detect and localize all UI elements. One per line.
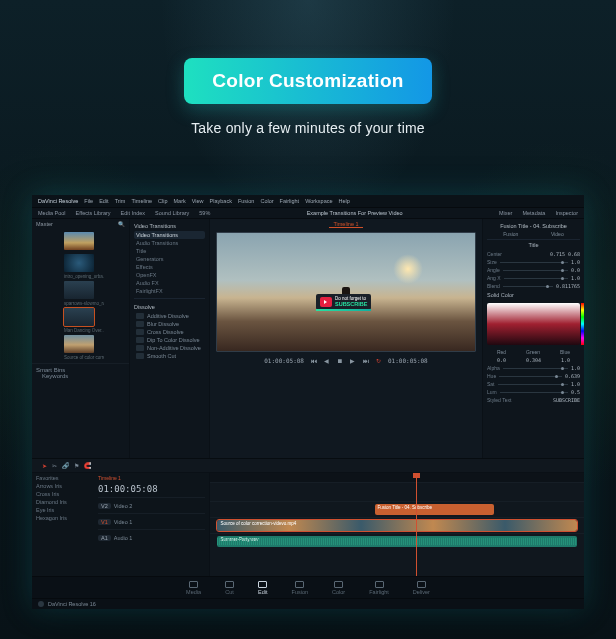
track-header-a1[interactable]: A1 Audio 1 — [98, 529, 205, 545]
tab-sound-library[interactable]: Sound Library — [155, 210, 189, 216]
prev-icon[interactable]: ◀ — [323, 357, 330, 364]
marker-tool-icon[interactable]: ⚑ — [74, 462, 79, 469]
inspector-tab-fusion[interactable]: Fusion — [503, 231, 518, 237]
clip-thumb[interactable] — [64, 232, 94, 250]
category-video-transitions[interactable]: Video Transitions — [134, 231, 205, 239]
category-title[interactable]: Title — [134, 247, 205, 255]
media-pool-master[interactable]: Master — [36, 221, 53, 227]
slider-hue[interactable] — [499, 376, 562, 377]
prop-center[interactable]: 0.715 0.68 — [550, 251, 580, 257]
fx-item[interactable]: Cross Dissolve — [134, 328, 205, 336]
timeline-tracks[interactable]: Fusion Title - 04. Subscribe Source of c… — [210, 473, 584, 576]
search-icon[interactable]: 🔍 — [118, 221, 125, 227]
rgb-blue-label: Blue — [560, 349, 570, 355]
menu-trim[interactable]: Trim — [115, 198, 126, 204]
menu-file[interactable]: File — [84, 198, 93, 204]
menu-view[interactable]: View — [192, 198, 204, 204]
viewer-canvas[interactable]: Do not forget to SUBSCRIBE — [216, 232, 476, 352]
rgb-red-label: Red — [497, 349, 506, 355]
viewer-tab[interactable]: Timeline 1 — [329, 221, 362, 228]
timeline-ruler[interactable] — [210, 473, 584, 483]
menu-edit[interactable]: Edit — [99, 198, 108, 204]
menu-fusion[interactable]: Fusion — [238, 198, 255, 204]
category-openfx[interactable]: OpenFX — [134, 271, 205, 279]
clip-thumb[interactable] — [64, 335, 94, 353]
menu-help[interactable]: Help — [339, 198, 350, 204]
clip-title[interactable]: Fusion Title - 04. Subscribe — [375, 504, 495, 515]
fx-item[interactable]: Smooth Cut — [134, 352, 205, 360]
timecode-right: 01:00:05:08 — [388, 357, 428, 364]
clip-video[interactable]: Source of color correction-videvo.mp4 — [217, 520, 576, 531]
tab-effects-library[interactable]: Effects Library — [76, 210, 111, 216]
slider-alpha[interactable] — [503, 368, 568, 369]
workspace-tabs: Media Pool Effects Library Edit Index So… — [32, 208, 584, 219]
page-color[interactable]: Color — [332, 581, 345, 595]
rgb-blue[interactable]: 1.0 — [561, 357, 570, 363]
first-icon[interactable]: ⏮ — [310, 357, 317, 364]
slider-lum[interactable] — [500, 392, 568, 393]
tab-metadata[interactable]: Metadata — [522, 210, 545, 216]
fav-item[interactable]: Hexagon Iris — [36, 515, 90, 521]
slider-sat[interactable] — [498, 384, 568, 385]
resolve-logo-icon — [38, 601, 44, 607]
fx-item[interactable]: Non-Additive Dissolve — [134, 344, 205, 352]
category-effects[interactable]: Effects — [134, 263, 205, 271]
track-header-v1[interactable]: V1 Video 1 — [98, 513, 205, 529]
fx-item[interactable]: Additive Dissolve — [134, 312, 205, 320]
fx-item[interactable]: Dip To Color Dissolve — [134, 336, 205, 344]
page-cut[interactable]: Cut — [225, 581, 234, 595]
clip-audio[interactable]: Summer-Party.wav — [217, 536, 576, 547]
color-picker[interactable] — [487, 303, 580, 345]
page-deliver[interactable]: Deliver — [413, 581, 430, 595]
snap-tool-icon[interactable]: 🧲 — [84, 462, 91, 469]
category-fairlightfx[interactable]: FairlightFX — [134, 287, 205, 295]
page-fairlight[interactable]: Fairlight — [369, 581, 389, 595]
loop-icon[interactable]: ↻ — [375, 357, 382, 364]
page-edit[interactable]: Edit — [258, 581, 267, 595]
fav-item[interactable]: Diamond Iris — [36, 499, 90, 505]
category-audiofx[interactable]: Audio FX — [134, 279, 205, 287]
blade-tool-icon[interactable]: ✂ — [52, 462, 57, 469]
clip-thumb[interactable] — [64, 254, 94, 272]
inspector-tab-video[interactable]: Video — [551, 231, 564, 237]
rgb-green[interactable]: 0.304 — [526, 357, 541, 363]
play-icon[interactable]: ▶ — [349, 357, 356, 364]
menu-mark[interactable]: Mark — [174, 198, 186, 204]
category-audio-transitions[interactable]: Audio Transitions — [134, 239, 205, 247]
rgb-red[interactable]: 0.0 — [497, 357, 506, 363]
tab-inspector[interactable]: Inspector — [555, 210, 578, 216]
styled-text-value[interactable]: SUBSCRIBE — [553, 397, 580, 403]
slider-angle[interactable] — [503, 270, 568, 271]
clip-thumb[interactable] — [64, 281, 94, 299]
menu-fairlight[interactable]: Fairlight — [280, 198, 300, 204]
tab-media-pool[interactable]: Media Pool — [38, 210, 66, 216]
scale-label[interactable]: 59% — [199, 210, 210, 216]
menu-clip[interactable]: Clip — [158, 198, 167, 204]
fav-item[interactable]: Eye Iris — [36, 507, 90, 513]
menu-workspace[interactable]: Workspace — [305, 198, 332, 204]
clip-thumb[interactable] — [64, 308, 94, 326]
category-generators[interactable]: Generators — [134, 255, 205, 263]
track-header-v2[interactable]: V2 Video 2 — [98, 497, 205, 513]
pointer-tool-icon[interactable]: ➤ — [42, 462, 47, 469]
menu-playback[interactable]: Playback — [210, 198, 232, 204]
hue-slider[interactable] — [581, 303, 584, 345]
link-tool-icon[interactable]: 🔗 — [62, 462, 69, 469]
tab-edit-index[interactable]: Edit Index — [121, 210, 145, 216]
stop-icon[interactable]: ⏹ — [336, 357, 343, 364]
page-fusion[interactable]: Fusion — [292, 581, 309, 595]
fx-item[interactable]: Blur Dissolve — [134, 320, 205, 328]
fav-item[interactable]: Arrows Iris — [36, 483, 90, 489]
fav-item[interactable]: Cross Iris — [36, 491, 90, 497]
menu-color[interactable]: Color — [260, 198, 273, 204]
slider-size[interactable] — [500, 262, 568, 263]
slider-angx[interactable] — [504, 278, 568, 279]
clip-label: sparrows-slowmo_ro... — [64, 301, 104, 306]
keywords-label[interactable]: Keywords — [36, 373, 125, 379]
slider-blend[interactable] — [503, 286, 553, 287]
tab-mixer[interactable]: Mixer — [499, 210, 512, 216]
next-icon[interactable]: ⏭ — [362, 357, 369, 364]
menu-timeline[interactable]: Timeline — [131, 198, 152, 204]
page-media[interactable]: Media — [186, 581, 201, 595]
playhead[interactable] — [416, 473, 417, 576]
